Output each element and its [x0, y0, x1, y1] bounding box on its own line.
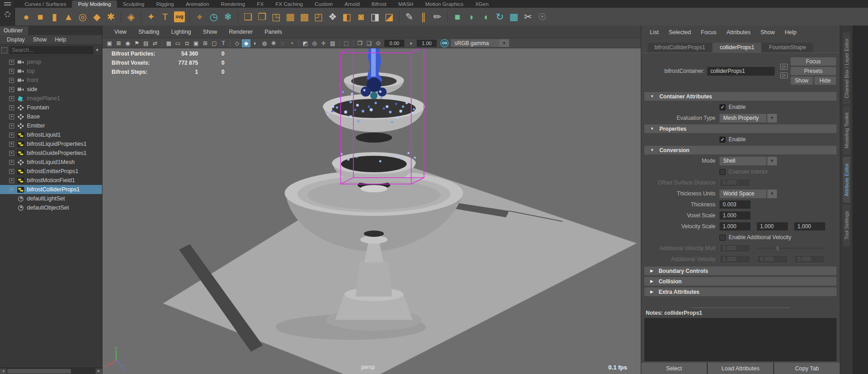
focus-button[interactable]: Focus	[791, 57, 836, 66]
evaluation-type-dropdown[interactable]: Mesh Property ▼	[720, 114, 766, 123]
attr-menu-item[interactable]: Show	[756, 28, 779, 36]
velocity-scale-y-field[interactable]	[757, 222, 788, 231]
outliner-item[interactable]: + bifrostColliderProps1	[0, 185, 102, 194]
shelf-tab[interactable]: XGen	[469, 0, 494, 8]
shelf-menu-icon[interactable]	[4, 2, 11, 3]
mirror-icon[interactable]: ◧	[340, 10, 353, 24]
expand-icon[interactable]: +	[9, 160, 14, 165]
mask-mesh-icon[interactable]: ◖	[479, 10, 492, 24]
sidebar-tab[interactable]: Modeling Toolkit	[843, 106, 850, 155]
outliner-item[interactable]: + bifrostLiquid1Mesh	[0, 158, 102, 167]
expand-icon[interactable]: +	[9, 60, 14, 65]
textured-mode-icon[interactable]: ◐	[251, 39, 260, 47]
shelf-tab[interactable]: FX	[251, 0, 270, 8]
poly-disc-icon[interactable]: ✱	[104, 10, 117, 24]
xray-joints-icon[interactable]: ✛	[319, 39, 328, 47]
attr-menu-item[interactable]: Attributes	[722, 28, 755, 36]
svg-tool-icon[interactable]: svg	[174, 11, 185, 22]
viewport-menu-item[interactable]: Panels	[260, 28, 286, 36]
lock-camera-icon[interactable]: ⊠	[114, 39, 123, 47]
expand-icon[interactable]: +	[9, 178, 14, 183]
notes-textarea[interactable]	[644, 318, 837, 361]
grid-icon[interactable]: ▦	[164, 39, 173, 47]
crease-icon[interactable]: ◪	[383, 10, 396, 24]
show-button[interactable]: Show	[791, 77, 813, 85]
poly-cylinder-icon[interactable]: ▮	[48, 10, 61, 24]
notes-resizer[interactable]	[692, 307, 790, 308]
outliner-item[interactable]: + defaultLightSet	[0, 194, 102, 203]
sculpt-mesh-icon[interactable]: ◗	[465, 10, 478, 24]
quad-draw-icon[interactable]: ✏	[431, 10, 444, 24]
combine-icon[interactable]: ❏	[241, 10, 255, 24]
additional-velocity-mult-slider[interactable]	[757, 248, 824, 249]
gamma-field[interactable]	[417, 40, 437, 47]
resolution-gate-icon[interactable]: ◘	[183, 39, 191, 47]
relax-mesh-icon[interactable]: ↻	[493, 10, 506, 24]
poly-sphere-icon[interactable]: ●	[20, 10, 33, 24]
xray-icon[interactable]: ◎	[310, 39, 319, 47]
footer-button[interactable]: Select	[641, 363, 707, 374]
sidebar-tab[interactable]: Attribute Editor	[843, 157, 850, 203]
poly-cone-icon[interactable]: ▲	[62, 10, 75, 24]
viewport-menu-item[interactable]: Renderer	[225, 28, 257, 36]
filter-icon[interactable]	[1, 47, 7, 53]
search-dropdown-icon[interactable]: ▼	[95, 48, 100, 52]
footer-button[interactable]: Load Attributes	[708, 363, 773, 374]
properties-enable-checkbox[interactable]: ✓	[720, 137, 725, 143]
attr-tab[interactable]: FountainShape	[762, 43, 812, 52]
outliner-item[interactable]: + persp	[0, 57, 102, 67]
presets-button[interactable]: Presets	[791, 67, 836, 75]
sidebar-tab[interactable]: Channel Box / Layer Editor	[843, 32, 850, 104]
gate-mask-icon[interactable]: ▣	[192, 39, 200, 47]
tearoff-icon[interactable]: ❑	[365, 39, 373, 47]
coarsen-interior-checkbox[interactable]	[720, 169, 725, 175]
camera-attributes-icon[interactable]: ◉	[123, 39, 132, 47]
safe-action-icon[interactable]: ▢	[210, 39, 219, 47]
image-plane-icon[interactable]: ▤	[142, 39, 150, 47]
expand-icon[interactable]: +	[9, 142, 14, 147]
enable-additional-velocity-checkbox[interactable]	[720, 235, 725, 241]
separate-icon[interactable]: ❐	[255, 10, 269, 24]
expand-icon[interactable]: +	[9, 78, 14, 83]
outliner-item[interactable]: + Fountain	[0, 103, 102, 112]
expand-icon[interactable]: +	[9, 123, 14, 128]
additional-velocity-z-field[interactable]	[794, 255, 825, 263]
marquee-select-icon[interactable]: ⬚	[342, 39, 351, 47]
shaded-mode-icon[interactable]: ◆	[242, 39, 250, 47]
outliner-item[interactable]: + Emitter	[0, 121, 102, 130]
additional-velocity-y-field[interactable]	[757, 255, 788, 263]
construction-plane-icon[interactable]: ⌖	[193, 10, 206, 24]
hide-button[interactable]: Hide	[814, 77, 837, 85]
shelf-tab[interactable]: Custom	[309, 0, 339, 8]
plugin-shading-icon[interactable]: ▧	[328, 39, 337, 47]
viewport-menu-item[interactable]: Show	[199, 28, 222, 36]
exposure-icon[interactable]: ⊙	[374, 39, 383, 47]
attr-tab[interactable]: colliderProps1	[713, 43, 761, 52]
colorspace-dropdown[interactable]: sRGB gamma ▼	[451, 39, 509, 47]
expand-icon[interactable]: +	[9, 69, 14, 74]
voxel-scale-field[interactable]	[720, 211, 751, 220]
scroll-left-icon[interactable]: ◄	[0, 369, 6, 374]
gear-icon[interactable]	[5, 11, 10, 17]
expand-icon[interactable]: +	[9, 96, 14, 101]
star-primitive-icon[interactable]: ✦	[144, 10, 158, 24]
viewport-menu-item[interactable]: Shading	[134, 28, 164, 36]
additional-velocity-x-field[interactable]	[720, 255, 751, 263]
expand-icon[interactable]: +	[9, 151, 14, 156]
gamma-icon[interactable]: ◑	[406, 39, 415, 47]
expand-icon[interactable]: +	[9, 133, 14, 138]
outliner-item[interactable]: + bifrostGuideProperties1	[0, 149, 102, 158]
output-connection-icon[interactable]: ◻‹	[780, 72, 788, 78]
collapsed-section-header[interactable]: ▶ Extra Attributes	[644, 287, 837, 296]
bookmarks-icon[interactable]: ⚑	[133, 39, 141, 47]
outliner-item[interactable]: + bifrostLiquidProperties1	[0, 139, 102, 149]
section-conversion[interactable]: ▼ Conversion	[644, 146, 837, 154]
shelf-tab[interactable]: Arnold	[339, 0, 366, 8]
search-input[interactable]	[9, 46, 93, 54]
shelf-tab[interactable]: Poly Modeling	[72, 0, 117, 8]
color-management-toggle[interactable]: ON	[440, 39, 449, 47]
viewport-menu-item[interactable]: Lighting	[167, 28, 196, 36]
multi-cut-icon[interactable]: ✎	[403, 10, 416, 24]
snap-origin-icon[interactable]: ❄	[221, 10, 235, 24]
outliner-item[interactable]: + front	[0, 76, 102, 85]
